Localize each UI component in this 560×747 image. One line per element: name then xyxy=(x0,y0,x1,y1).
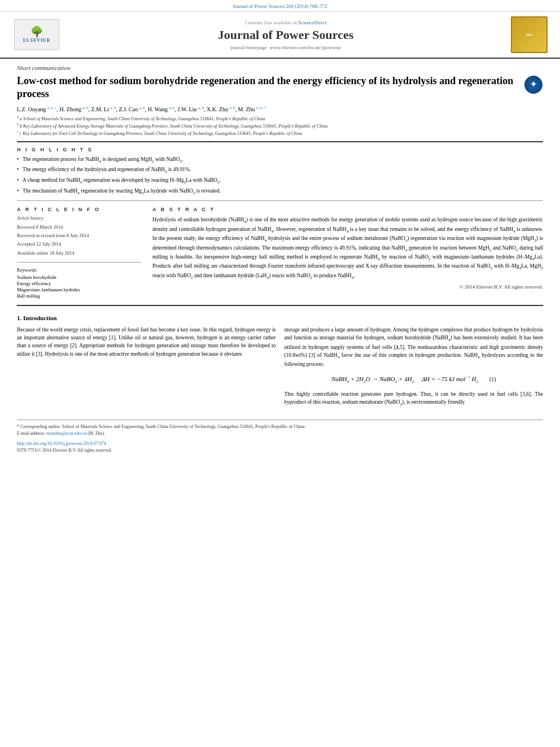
affiliation-b: b b Key Laboratory of Advanced Energy St… xyxy=(17,122,543,129)
article-history: Article history: Received 8 March 2014 R… xyxy=(17,215,141,263)
received-date: Received 8 March 2014 xyxy=(17,223,141,231)
journal-homepage: journal homepage: www.elsevier.com/locat… xyxy=(62,45,509,50)
crossmark-icon: ✦ xyxy=(524,76,542,94)
journal-ref-text: Journal of Power Sources 269 (2014) 768–… xyxy=(233,3,327,9)
affiliation-c: c c Key Laboratory for Fuel Cell Technol… xyxy=(17,129,543,137)
thick-divider-2 xyxy=(17,305,543,306)
highlight-2: The energy efficiency of the hydrolysis … xyxy=(17,166,543,175)
keyword-2: Energy efficiency xyxy=(17,281,141,286)
received-revised-date: Received in revised form 8 July 2014 xyxy=(17,231,141,240)
science-direct-anchor[interactable]: ScienceDirect xyxy=(298,20,326,25)
highlight-1: The regeneration process for NaBH4 is de… xyxy=(17,156,543,165)
corresponding-author-note: * Corresponding author. School of Materi… xyxy=(17,423,543,437)
keyword-1: Sodium borohydride xyxy=(17,274,141,280)
equation-number: (1) xyxy=(489,375,496,383)
crossmark-badge: ✦ xyxy=(523,75,543,94)
intro-two-col: Because of the world energy crisis, repl… xyxy=(17,326,543,411)
elsevier-brand: ELSEVIER xyxy=(23,38,50,43)
section-divider-1 xyxy=(17,200,543,201)
journal-header: 🌳 ELSEVIER Contents lists available at S… xyxy=(0,12,560,59)
article-type: Short communication xyxy=(17,64,543,71)
affiliation-a: a a School of Materials Science and Engi… xyxy=(17,115,543,122)
accepted-date: Accepted 12 July 2014 xyxy=(17,240,141,248)
title-row: Low-cost method for sodium borohydride r… xyxy=(17,75,543,101)
article-info-header: A R T I C L E I N F O xyxy=(17,207,141,212)
introduction-title: 1. Introduction xyxy=(17,314,543,321)
introduction-section: 1. Introduction Because of the world ene… xyxy=(17,314,543,411)
jps-logo-image: JPS xyxy=(511,16,548,53)
article-container: Short communication Low-cost method for … xyxy=(0,59,560,465)
article-info-abstract-section: A R T I C L E I N F O Article history: R… xyxy=(17,207,543,299)
keywords-section: Keywords: Sodium borohydride Energy effi… xyxy=(17,267,141,299)
doi-link[interactable]: http://dx.doi.org/10.1016/j.jpowsour.201… xyxy=(17,441,106,446)
available-online-date: Available online 18 July 2014 xyxy=(17,249,141,257)
highlights-section: H I G H L I G H T S The regeneration pro… xyxy=(17,147,543,196)
journal-logo-right: JPS xyxy=(509,16,549,53)
section-title-text: Introduction xyxy=(23,314,57,321)
author-names: L.Z. Ouyang a, b, c, H. Zhong a, b, Z.M.… xyxy=(17,106,266,112)
abstract-text: Hydrolysis of sodium borohydride (NaBH4)… xyxy=(152,216,543,281)
section-number: 1. xyxy=(17,314,21,321)
highlight-4: The mechanism of NaBH4 regeneration by r… xyxy=(17,187,543,196)
contents-list-text: Contents lists available at xyxy=(245,20,297,25)
intro-para-right-2: This highly controllable reaction genera… xyxy=(285,390,544,408)
doi-line: http://dx.doi.org/10.1016/j.jpowsour.201… xyxy=(17,440,543,447)
keywords-label: Keywords: xyxy=(17,267,141,273)
elsevier-tree-icon: 🌳 xyxy=(30,27,43,37)
affiliations: a a School of Materials Science and Engi… xyxy=(17,115,543,137)
history-label: Article history: xyxy=(17,215,141,222)
email-link[interactable]: memzhu@scut.edu.cn xyxy=(46,431,86,436)
highlight-3: A cheap method for NaBH4 regeneration wa… xyxy=(17,177,543,186)
intro-right-col: storage and produces a large amount of h… xyxy=(285,326,544,411)
abstract-column: A B S T R A C T Hydrolysis of sodium bor… xyxy=(152,207,543,299)
journal-title: Journal of Power Sources xyxy=(62,28,509,42)
elsevier-logo: 🌳 ELSEVIER xyxy=(11,19,62,50)
science-direct-link[interactable]: Contents lists available at ScienceDirec… xyxy=(62,20,509,25)
authors-line: L.Z. Ouyang a, b, c, H. Zhong a, b, Z.M.… xyxy=(17,106,543,112)
equation-text: NaBH4 + 2H2O → NaBO2 + 4H2 ΔH = −75 kJ m… xyxy=(331,374,478,385)
journal-reference: Journal of Power Sources 269 (2014) 768–… xyxy=(0,0,560,12)
keyword-4: Ball milling xyxy=(17,293,141,299)
article-title: Low-cost method for sodium borohydride r… xyxy=(17,75,515,101)
thick-divider xyxy=(17,141,543,142)
highlights-header: H I G H L I G H T S xyxy=(17,147,543,152)
footnote-section: * Corresponding author. School of Materi… xyxy=(17,420,543,454)
intro-para-1: Because of the world energy crisis, repl… xyxy=(17,326,276,358)
journal-title-area: Contents lists available at ScienceDirec… xyxy=(62,20,509,50)
issn-line: 0378-7753/© 2014 Elsevier B.V. All right… xyxy=(17,447,543,454)
elsevier-image: 🌳 ELSEVIER xyxy=(14,19,59,50)
abstract-header: A B S T R A C T xyxy=(152,207,543,212)
intro-para-right-1: storage and produces a large amount of h… xyxy=(285,326,544,369)
intro-left-col: Because of the world energy crisis, repl… xyxy=(17,326,276,411)
equation-row: NaBH4 + 2H2O → NaBO2 + 4H2 ΔH = −75 kJ m… xyxy=(285,374,544,385)
keyword-3: Magnesium–lanthanum hydrides xyxy=(17,287,141,292)
copyright-text: © 2014 Elsevier B.V. All rights reserved… xyxy=(152,284,543,290)
article-info-column: A R T I C L E I N F O Article history: R… xyxy=(17,207,141,299)
